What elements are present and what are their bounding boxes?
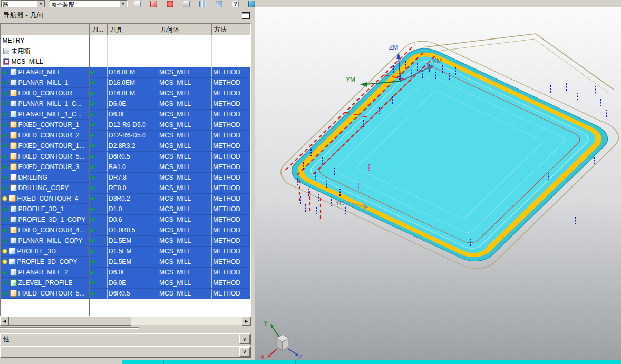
method-cell: METHOD (212, 120, 251, 130)
operation-row[interactable]: FIXED_CONTOUR_1... D2.8R3.2 MCS_MILL MET… (1, 141, 251, 151)
operation-name-cell[interactable]: FIXED_CONTOUR_4... (1, 225, 90, 235)
tree-node-label[interactable]: MCS_MILL (11, 58, 43, 65)
toolpath-status-cell (90, 77, 108, 88)
operation-row[interactable]: FIXED_CONTOUR_5... D6R0.5 MCS_MILL METHO… (1, 151, 251, 162)
operation-name-cell[interactable]: PLANAR_MILL_COPY (1, 235, 90, 246)
operation-name-cell[interactable]: FIXED_CONTOUR_5... (1, 151, 90, 162)
plane-icon[interactable] (183, 1, 190, 7)
tool-cell: D2.8R3.2 (108, 141, 158, 151)
clipboard-icon[interactable] (134, 1, 141, 7)
operation-row[interactable]: PROFILE_3D_COPY D1.5EM MCS_MILL METHOD (1, 257, 251, 267)
operation-name-cell[interactable]: FIXED_CONTOUR_3 (1, 162, 90, 172)
operation-name: FIXED_CONTOUR_4... (18, 227, 85, 234)
operation-row[interactable]: FIXED_CONTOUR_1 D12-R6-D5.0 MCS_MILL MET… (1, 120, 251, 130)
expand-chevron-icon[interactable] (239, 347, 250, 357)
generated-check-icon (2, 237, 8, 244)
operation-name-cell[interactable]: DRILLING_COPY (1, 183, 90, 193)
operation-name-cell[interactable]: PLANAR_MILL_2 (1, 267, 90, 278)
operation-row[interactable]: FIXED_CONTOUR_4... D1.0R0.5 MCS_MILL MET… (1, 225, 251, 235)
operation-row[interactable]: PROFILE_3D D1.5EM MCS_MILL METHOD (1, 246, 251, 257)
operation-row[interactable]: FIXED_CONTOUR_5... D6R0.5 MCS_MILL METHO… (1, 288, 251, 299)
operation-row[interactable]: ZLEVEL_PROFILE D6.0E MCS_MILL METHOD (1, 278, 251, 288)
operation-name-cell[interactable]: FIXED_CONTOUR_5... (1, 288, 90, 299)
tree-node-label[interactable]: METRY (2, 37, 25, 44)
operation-row[interactable]: PROFILE_3D_1_COPY D0.6 MCS_MILL METHOD (1, 214, 251, 225)
operation-name-cell[interactable]: PLANAR_MILL_1_C... (1, 109, 90, 120)
operation-row[interactable]: FIXED_CONTOUR D16.0EM MCS_MILL METHOD (1, 88, 251, 99)
scrollbar-thumb[interactable] (9, 317, 131, 326)
operation-name-cell[interactable]: FIXED_CONTOUR_4 (1, 193, 90, 204)
operation-name-cell[interactable]: PLANAR_MILL_1_C... (1, 99, 90, 109)
float-panel-button[interactable] (242, 12, 250, 19)
point-icon[interactable] (167, 1, 173, 7)
grid-icon[interactable] (199, 1, 206, 7)
operation-row[interactable]: FIXED_CONTOUR_2 D12-R6-D5.0 MCS_MILL MET… (1, 130, 251, 141)
operation-name-cell[interactable]: PROFILE_3D_1 (1, 204, 90, 214)
toolpath-check-icon (91, 100, 95, 107)
suppressed-bulb-icon (2, 196, 7, 201)
operation-type-icon (10, 237, 17, 244)
tree-row-unused[interactable]: 未用项 (1, 46, 251, 56)
tree-row-geometry[interactable]: METRY (1, 35, 251, 46)
mcs-icon (3, 58, 9, 65)
operation-name-cell[interactable]: PROFILE_3D_COPY (1, 257, 90, 267)
chevron-down-icon[interactable] (37, 1, 45, 7)
operation-row[interactable]: DRILLING_COPY RE8.0 MCS_MILL METHOD (1, 183, 251, 193)
geometry-cell: MCS_MILL (158, 141, 212, 151)
operation-name-cell[interactable]: PROFILE_3D_1_COPY (1, 214, 90, 225)
graphics-window[interactable]: ZM XM YM YC Y X (255, 7, 621, 360)
wcs-icon[interactable] (216, 1, 222, 7)
operation-name-cell[interactable]: FIXED_CONTOUR_1 (1, 120, 90, 130)
tree-row-mcs-mill[interactable]: MCS_MILL (1, 56, 251, 67)
scroll-right-button[interactable] (242, 317, 251, 326)
status-tick (325, 360, 325, 364)
operation-name-cell[interactable]: FIXED_CONTOUR_1... (1, 141, 90, 151)
operation-name-cell[interactable]: PROFILE_3D (1, 246, 90, 257)
column-header-toolpath[interactable]: 刀... (90, 24, 108, 35)
operation-name: PLANAR_MILL_COPY (18, 237, 83, 244)
operation-row[interactable]: PROFILE_3D_1 D1.0 MCS_MILL METHOD (1, 204, 251, 214)
details-bar[interactable] (0, 346, 251, 358)
operation-row[interactable]: FIXED_CONTOUR_4 D3R0.2 MCS_MILL METHOD (1, 193, 251, 204)
dependencies-label: 性 (3, 335, 9, 344)
column-header-tool[interactable]: 刀具 (108, 24, 158, 35)
column-header-geometry[interactable]: 几何体 (158, 24, 212, 35)
dependencies-bar[interactable]: 性 (0, 333, 251, 345)
z-axis-label: Z (298, 353, 302, 360)
operation-row[interactable]: PLANAR_MILL_2 D6.0E MCS_MILL METHOD (1, 267, 251, 278)
operation-name-cell[interactable]: ZLEVEL_PROFILE (1, 278, 90, 288)
zm-axis-label: ZM (389, 44, 398, 51)
tool-cell: D6.0E (108, 278, 158, 288)
operation-name-cell[interactable]: FIXED_CONTOUR_2 (1, 130, 90, 141)
operation-name: PLANAR_MILL_1_C... (18, 100, 82, 107)
column-header-method[interactable]: 方法 (212, 24, 251, 35)
snap-point-icon[interactable] (150, 1, 157, 7)
column-header-name[interactable] (1, 24, 90, 35)
panel-title-bar[interactable]: 导航器 - 几何 (0, 7, 255, 23)
operation-row[interactable]: PLANAR_MILL_1_C... D6.0E MCS_MILL METHOD (1, 109, 251, 120)
tree-node-label[interactable]: 未用项 (11, 47, 31, 56)
chevron-down-icon[interactable] (119, 1, 127, 7)
help-icon[interactable] (232, 1, 239, 7)
shaded-view-icon[interactable] (248, 1, 255, 7)
panel-splitter[interactable] (0, 325, 251, 331)
horizontal-scrollbar[interactable] (0, 316, 251, 325)
operation-row[interactable]: PLANAR_MILL_1 D16.0EM MCS_MILL METHOD (1, 77, 251, 88)
y-axis-label: Y (264, 320, 268, 327)
operation-row[interactable]: DRILLING DR7.8 MCS_MILL METHOD (1, 172, 251, 183)
selection-filter-combo[interactable]: 器 (1, 0, 45, 7)
operation-name-cell[interactable]: FIXED_CONTOUR (1, 88, 90, 99)
operation-name-cell[interactable]: DRILLING (1, 172, 90, 183)
operation-name-cell[interactable]: PLANAR_MILL_1 (1, 77, 90, 88)
operation-row[interactable]: PLANAR_MILL D16.0EM MCS_MILL METHOD (1, 67, 251, 77)
operation-type-icon (10, 184, 17, 191)
geometry-cell: MCS_MILL (158, 99, 212, 109)
operation-row[interactable]: FIXED_CONTOUR_3 BA1.0 MCS_MILL METHOD (1, 162, 251, 172)
toolpath-check-icon (91, 227, 95, 234)
selection-scope-combo[interactable]: 整个装配 (50, 0, 128, 7)
expand-chevron-icon[interactable] (239, 335, 250, 344)
operation-name-cell[interactable]: PLANAR_MILL (1, 67, 90, 77)
scroll-left-button[interactable] (0, 317, 9, 326)
operation-row[interactable]: PLANAR_MILL_COPY D1.5EM MCS_MILL METHOD (1, 235, 251, 246)
operation-row[interactable]: PLANAR_MILL_1_C... D6.0E MCS_MILL METHOD (1, 99, 251, 109)
